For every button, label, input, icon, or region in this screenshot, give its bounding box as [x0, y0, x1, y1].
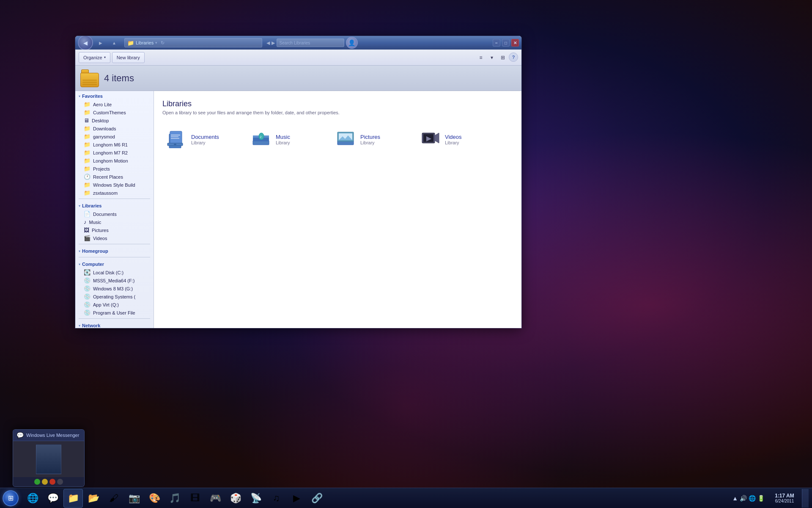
taskbar-app-kodi[interactable]: 🎞: [185, 489, 205, 508]
systray-volume[interactable]: 🔊: [740, 495, 747, 502]
sidebar-item-windows-style-build[interactable]: 📁 Windows Style Build: [75, 181, 154, 189]
sidebar-item-mss5[interactable]: 💿 MSS5_Media64 (F:): [75, 276, 154, 284]
sidebar-item-customthemes[interactable]: 📁 CustomThemes: [75, 108, 154, 116]
library-item-music[interactable]: ♪ Music Library: [247, 124, 323, 155]
taskbar-app-explorer[interactable]: 📁: [63, 489, 83, 508]
search-input[interactable]: Search Libraries: [277, 39, 344, 47]
maximize-button[interactable]: □: [502, 39, 510, 47]
view-layout-button[interactable]: ⊞: [498, 52, 508, 63]
sidebar-item-os-drive[interactable]: 💿 Operating Systems (: [75, 293, 154, 301]
projects-label: Projects: [93, 166, 110, 171]
help-button[interactable]: ?: [509, 52, 518, 62]
sidebar-item-music[interactable]: ♪ Music: [75, 218, 154, 226]
recent-places-icon: 🕐: [84, 174, 91, 180]
taskbar-clock[interactable]: 1:17 AM 6/24/2011: [770, 493, 799, 503]
longhorn-m6-icon: 📁: [84, 141, 91, 148]
library-item-videos[interactable]: Videos Library: [416, 124, 492, 155]
systray-battery[interactable]: 🔋: [757, 495, 765, 502]
paint2-icon: 🎨: [149, 493, 160, 504]
library-item-pictures[interactable]: Pictures Library: [332, 124, 408, 155]
wlm-btn-green[interactable]: [34, 479, 40, 485]
forward-button[interactable]: ▶: [95, 37, 107, 49]
sidebar-item-pictures[interactable]: 🖼 Pictures: [75, 226, 154, 234]
sidebar-item-longhorn-m7[interactable]: 📁 Longhorn M7 R2: [75, 149, 154, 157]
network-chevron: ▾: [79, 324, 80, 328]
taskbar-app-game[interactable]: 🎮: [206, 489, 225, 508]
view-arrow-button[interactable]: ▾: [487, 52, 497, 63]
sidebar-item-downloads[interactable]: 📁 Downloads: [75, 124, 154, 133]
show-desktop-button[interactable]: [802, 489, 809, 508]
user-button[interactable]: 👤: [346, 37, 358, 49]
address-bar[interactable]: 📁 Libraries ▾ ↻: [124, 38, 262, 47]
help-icon: ?: [512, 55, 515, 60]
organize-button[interactable]: Organize ▾: [79, 52, 110, 63]
sidebar-item-zsxtaussom[interactable]: 📁 zsxtaussom: [75, 189, 154, 197]
customthemes-icon: 📁: [84, 109, 91, 116]
item-count: 4 items: [104, 73, 134, 84]
sidebar-item-longhorn-m6[interactable]: 📁 Longhorn M6 R1: [75, 141, 154, 149]
wlm-btn-red[interactable]: [49, 479, 55, 485]
sidebar-item-local-disk[interactable]: 💽 Local Disk (C:): [75, 268, 154, 276]
title-bar: ◀ ▶ ▲ 📁 Libraries ▾ ↻ ◀ ▶ Search Librari…: [75, 36, 521, 50]
wlm-content: [13, 441, 84, 477]
sidebar-item-program-user[interactable]: 💿 Program & User File: [75, 309, 154, 317]
address-refresh[interactable]: ↻: [161, 40, 165, 46]
sidebar-item-aero-lite[interactable]: 📁 Aero Lite: [75, 100, 154, 108]
favorites-header[interactable]: ▾ Favorites: [75, 91, 154, 100]
sidebar-item-videos[interactable]: 🎬 Videos: [75, 234, 154, 242]
desktop-icon: 🖥: [84, 117, 89, 124]
wlm-btn-dark[interactable]: [57, 479, 63, 485]
computer-title: Computer: [82, 262, 104, 267]
explorer-icon: 📁: [68, 493, 79, 504]
videos-library-info: Videos Library: [445, 134, 462, 145]
close-button[interactable]: ✕: [511, 39, 519, 47]
systray-network[interactable]: 🌐: [749, 495, 756, 502]
taskbar: 🌐 💬 📁 📂 🖌 📷 🎨 🎵 🎞 🎮 🎲: [0, 488, 812, 508]
taskbar-app-link[interactable]: 🔗: [307, 489, 326, 508]
taskbar-app-paint2[interactable]: 🎨: [145, 489, 164, 508]
new-library-button[interactable]: New library: [112, 52, 145, 63]
projects-icon: 📁: [84, 166, 91, 172]
libraries-header[interactable]: ▾ Libraries: [75, 201, 154, 210]
taskbar-app-chrome[interactable]: 🌐: [23, 489, 42, 508]
wlm-header: 💬 Windows Live Messenger: [13, 430, 84, 441]
homegroup-header[interactable]: ▾ Homegroup: [75, 246, 154, 255]
favorites-chevron: ▾: [79, 94, 80, 98]
taskbar-app-wlm[interactable]: 💬: [43, 489, 63, 508]
start-button[interactable]: [0, 488, 21, 508]
sidebar-item-garrysmod[interactable]: 📁 garrysmod: [75, 133, 154, 141]
documents-library-type: Library: [191, 140, 219, 145]
computer-header[interactable]: ▾ Computer: [75, 259, 154, 268]
taskbar-app-filezilla[interactable]: 📡: [246, 489, 266, 508]
up-button[interactable]: ▲: [108, 37, 120, 49]
minimize-button[interactable]: −: [493, 39, 500, 47]
taskbar-app-scanner[interactable]: 📷: [124, 489, 144, 508]
wlm-btn-yellow[interactable]: [42, 479, 48, 485]
taskbar-app-media[interactable]: ▶: [287, 489, 306, 508]
sidebar-item-projects[interactable]: 📁 Projects: [75, 165, 154, 173]
documents-library-name: Documents: [191, 134, 219, 140]
winamp-icon: 🎵: [169, 493, 181, 504]
address-path: Libraries: [136, 40, 154, 45]
wlm-controls: [13, 477, 84, 486]
taskbar-app-itunes[interactable]: ♫: [266, 489, 286, 508]
sidebar-item-longhorn-motion[interactable]: 📁 Longhorn Motion: [75, 157, 154, 165]
libraries-heading: Libraries: [162, 99, 513, 108]
taskbar-app-paint[interactable]: 🖌: [104, 489, 123, 508]
sidebar-item-win8-m3[interactable]: 💿 Windows 8 M3 (G:): [75, 284, 154, 293]
sidebar-item-desktop[interactable]: 🖥 Desktop: [75, 116, 154, 124]
sidebar-item-recent-places[interactable]: 🕐 Recent Places: [75, 173, 154, 181]
start-orb[interactable]: [3, 490, 19, 506]
documents-label: Documents: [93, 212, 117, 217]
view-list-button[interactable]: ≡: [476, 52, 486, 63]
sidebar-item-app-virt[interactable]: 💿 App Virt (Q:): [75, 301, 154, 309]
network-header[interactable]: ▾ Network: [75, 320, 154, 328]
library-item-documents[interactable]: Documents Library: [162, 124, 239, 155]
libraries-chevron: ▾: [79, 204, 80, 208]
taskbar-app-winamp[interactable]: 🎵: [165, 489, 184, 508]
back-button[interactable]: ◀: [78, 36, 93, 50]
systray-arrow[interactable]: ▲: [732, 495, 738, 502]
taskbar-app-steam[interactable]: 🎲: [226, 489, 245, 508]
taskbar-app-explorer2[interactable]: 📂: [84, 489, 103, 508]
sidebar-item-documents[interactable]: 📄 Documents: [75, 210, 154, 218]
